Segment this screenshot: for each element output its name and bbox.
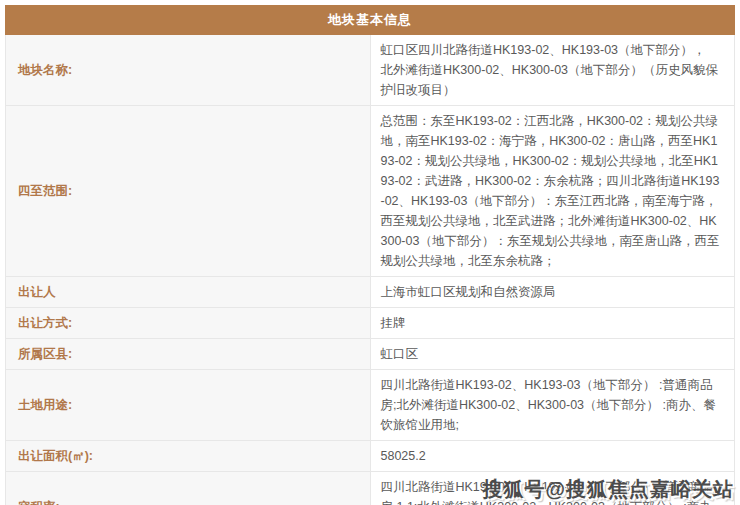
row-label-district: 所属区县: (6, 339, 371, 370)
table-row: 地块名称: 虹口区四川北路街道HK193-02、HK193-03（地下部分）， … (6, 35, 735, 106)
row-value-transferor: 上海市虹口区规划和自然资源局 (370, 277, 735, 308)
row-label-transfer-area: 出让面积(㎡): (6, 441, 371, 472)
row-label-plot-ratio: 容积率: (6, 472, 371, 505)
table-title: 地块基本信息 (6, 6, 735, 35)
row-label-land-use: 土地用途: (6, 370, 371, 441)
table-row: 出让方式: 挂牌 (6, 308, 735, 339)
row-value-district: 虹口区 (370, 339, 735, 370)
row-value-transfer-area: 58025.2 (370, 441, 735, 472)
table-row: 所属区县: 虹口区 (6, 339, 735, 370)
row-value-transfer-method: 挂牌 (370, 308, 735, 339)
row-value-plot-name: 虹口区四川北路街道HK193-02、HK193-03（地下部分）， 北外滩街道H… (370, 35, 735, 106)
land-info-table: 地块基本信息 地块名称: 虹口区四川北路街道HK193-02、HK193-03（… (5, 5, 735, 505)
table-header-row: 地块基本信息 (6, 6, 735, 35)
page: 地块基本信息 地块名称: 虹口区四川北路街道HK193-02、HK193-03（… (0, 0, 740, 505)
table-row: 出让人 上海市虹口区规划和自然资源局 (6, 277, 735, 308)
table-row: 四至范围: 总范围：东至HK193-02：江西北路，HK300-02：规划公共绿… (6, 106, 735, 277)
row-value-land-use: 四川北路街道HK193-02、HK193-03（地下部分） :普通商品房;北外滩… (370, 370, 735, 441)
row-value-boundaries: 总范围：东至HK193-02：江西北路，HK300-02：规划公共绿地，南至HK… (370, 106, 735, 277)
row-label-transferor: 出让人 (6, 277, 371, 308)
sohu-watermark: 搜狐号@搜狐焦点嘉峪关站 (482, 476, 734, 503)
row-label-transfer-method: 出让方式: (6, 308, 371, 339)
row-label-plot-name: 地块名称: (6, 35, 371, 106)
table-row: 土地用途: 四川北路街道HK193-02、HK193-03（地下部分） :普通商… (6, 370, 735, 441)
table-row: 出让面积(㎡): 58025.2 (6, 441, 735, 472)
row-label-boundaries: 四至范围: (6, 106, 371, 277)
